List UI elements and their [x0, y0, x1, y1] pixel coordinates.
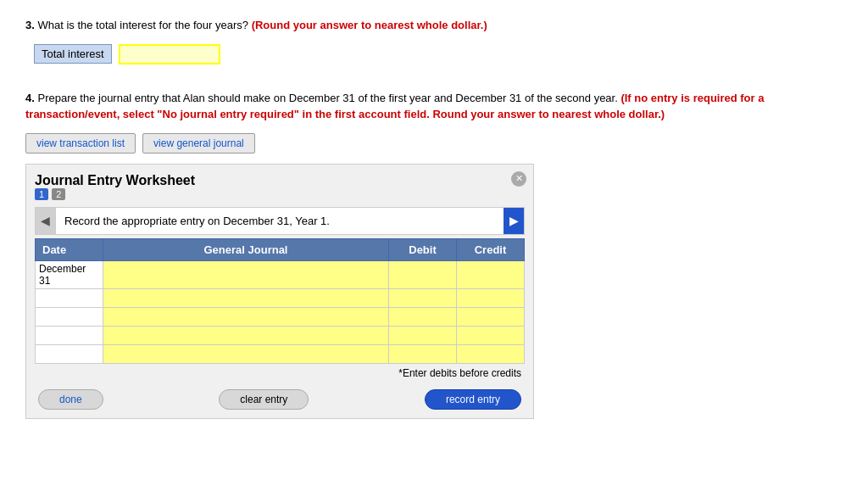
date-line-1: December	[39, 263, 86, 275]
page-navigation: 1 2	[35, 188, 525, 200]
credit-input-4[interactable]	[457, 327, 524, 344]
total-interest-input[interactable]	[119, 44, 220, 64]
header-debit: Debit	[389, 238, 457, 260]
credit-cell-3[interactable]	[457, 307, 525, 326]
header-date: Date	[36, 238, 103, 260]
page-2-indicator[interactable]: 2	[52, 188, 65, 200]
table-row	[36, 288, 525, 307]
general-journal-input-2[interactable]	[103, 289, 388, 307]
question-4-text: 4. Prepare the journal entry that Alan s…	[25, 90, 843, 123]
question-4-section: 4. Prepare the journal entry that Alan s…	[25, 90, 843, 419]
button-row: view transaction list view general journ…	[25, 133, 843, 154]
worksheet-title: Journal Entry Worksheet	[35, 173, 195, 187]
nav-right-arrow[interactable]: ▶	[504, 208, 524, 234]
general-journal-input-1[interactable]	[103, 261, 388, 288]
date-cell-5	[36, 344, 103, 363]
debit-cell-1[interactable]	[389, 260, 457, 288]
debit-cell-2[interactable]	[389, 288, 457, 307]
general-journal-input-4[interactable]	[103, 327, 388, 344]
date-cell-2	[36, 288, 103, 307]
question-4-body: Prepare the journal entry that Alan shou…	[37, 92, 620, 104]
total-interest-label: Total interest	[34, 44, 112, 64]
date-cell-3	[36, 307, 103, 326]
credit-input-2[interactable]	[457, 289, 524, 307]
debit-cell-5[interactable]	[389, 344, 457, 363]
general-journal-cell-2[interactable]	[103, 288, 389, 307]
question-3-body: What is the total interest for the four …	[37, 19, 248, 31]
debit-input-2[interactable]	[389, 289, 456, 307]
clear-entry-button[interactable]: clear entry	[219, 389, 309, 410]
credit-input-1[interactable]	[457, 261, 524, 288]
question-4-number: 4.	[25, 92, 35, 104]
general-journal-cell-4[interactable]	[103, 326, 389, 344]
credit-cell-4[interactable]	[457, 326, 525, 344]
table-row	[36, 326, 525, 344]
header-credit: Credit	[457, 238, 525, 260]
table-header-row: Date General Journal Debit Credit	[36, 238, 525, 260]
debit-input-1[interactable]	[389, 261, 456, 288]
header-general-journal: General Journal	[103, 238, 389, 260]
date-cell-1: December 31	[36, 260, 103, 288]
date-line-2: 31	[39, 275, 50, 287]
close-button[interactable]: ✕	[511, 171, 526, 187]
general-journal-input-5[interactable]	[103, 345, 388, 363]
date-cell-4	[36, 326, 103, 344]
enter-debits-note: *Enter debits before credits	[35, 367, 525, 379]
general-journal-cell-1[interactable]	[103, 260, 389, 288]
credit-cell-1[interactable]	[457, 260, 525, 288]
page-1-indicator[interactable]: 1	[35, 188, 48, 200]
debit-cell-3[interactable]	[389, 307, 457, 326]
general-journal-cell-3[interactable]	[103, 307, 389, 326]
debit-cell-4[interactable]	[389, 326, 457, 344]
journal-table: Date General Journal Debit Credit Decemb…	[35, 238, 525, 364]
nav-left-arrow[interactable]: ◀	[36, 208, 56, 234]
bottom-button-row: done clear entry record entry	[35, 389, 525, 410]
view-general-journal-button[interactable]: view general journal	[142, 133, 255, 154]
debit-input-5[interactable]	[389, 345, 456, 363]
total-interest-row: Total interest	[34, 44, 843, 64]
credit-input-5[interactable]	[457, 345, 524, 363]
credit-cell-2[interactable]	[457, 288, 525, 307]
description-nav-row: ◀ Record the appropriate entry on Decemb…	[35, 207, 525, 235]
table-row	[36, 307, 525, 326]
question-3-instruction: (Round your answer to nearest whole doll…	[252, 19, 487, 31]
question-3-text: 3. What is the total interest for the fo…	[25, 17, 843, 34]
table-row: December 31	[36, 260, 525, 288]
debit-input-4[interactable]	[389, 327, 456, 344]
view-transaction-list-button[interactable]: view transaction list	[25, 133, 136, 154]
journal-entry-worksheet: Journal Entry Worksheet ✕ 1 2 ◀ Record t…	[25, 164, 534, 419]
credit-input-3[interactable]	[457, 308, 524, 326]
question-3-section: 3. What is the total interest for the fo…	[25, 17, 843, 64]
general-journal-input-3[interactable]	[103, 308, 388, 326]
entry-description: Record the appropriate entry on December…	[56, 208, 504, 234]
done-button[interactable]: done	[38, 389, 103, 410]
credit-cell-5[interactable]	[457, 344, 525, 363]
record-entry-button[interactable]: record entry	[425, 389, 521, 410]
general-journal-cell-5[interactable]	[103, 344, 389, 363]
table-row	[36, 344, 525, 363]
question-3-number: 3.	[25, 19, 35, 31]
debit-input-3[interactable]	[389, 308, 456, 326]
